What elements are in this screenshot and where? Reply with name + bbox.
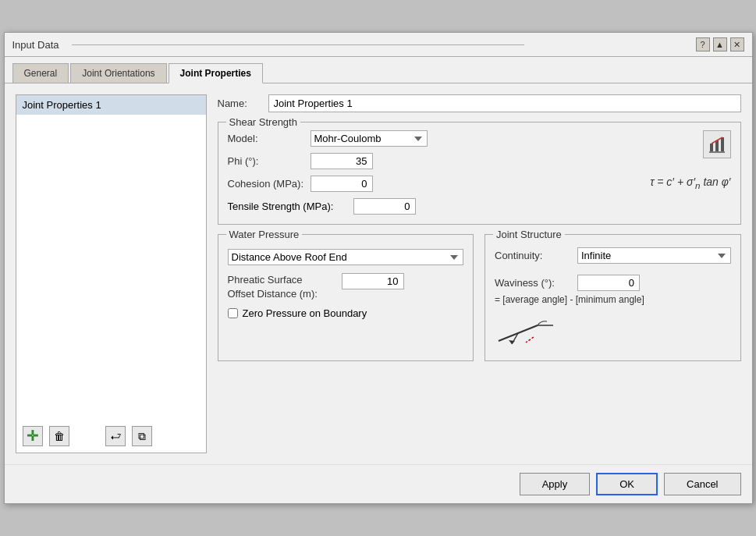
zero-pressure-label: Zero Pressure on Boundary (243, 307, 367, 319)
name-input[interactable] (268, 94, 741, 112)
phi-label: Phi (°): (228, 155, 306, 167)
import-icon: ⮐ (110, 430, 121, 442)
phreatic-input[interactable] (342, 273, 404, 289)
dialog: Input Data ? ▲ ✕ General Joint Orientati… (4, 32, 753, 504)
add-button[interactable]: ✛ (23, 426, 43, 446)
cohesion-label: Cohesion (MPa): (228, 178, 306, 190)
svg-rect-0 (710, 144, 713, 151)
right-panel: Name: Shear Strength Model: Mohr-Coulomb (218, 94, 741, 453)
joint-structure-section: Joint Structure Continuity: Infinite Wav… (484, 234, 741, 361)
apply-button[interactable]: Apply (520, 473, 591, 495)
continuity-row: Continuity: Infinite (495, 247, 731, 264)
joint-structure-title: Joint Structure (493, 229, 565, 240)
joint-sketch (495, 310, 557, 349)
tab-joint-properties[interactable]: Joint Properties (169, 63, 263, 83)
model-row: Model: Mohr-Coulomb (228, 130, 428, 147)
tensile-row: Tensile Strength (MPa): (228, 198, 731, 215)
chart-icon (708, 136, 726, 153)
model-select[interactable]: Mohr-Coulomb (311, 130, 428, 147)
cohesion-input[interactable] (311, 176, 373, 192)
joint-properties-list: Joint Properties 1 ✛ 🗑 ⮐ ⧉ (16, 94, 207, 453)
waviness-row: Waviness (°): (495, 275, 731, 291)
waviness-input[interactable] (577, 275, 640, 291)
zero-pressure-row: Zero Pressure on Boundary (228, 307, 464, 319)
waviness-label: Waviness (°): (495, 277, 573, 289)
shear-strength-title: Shear Strength (226, 116, 300, 128)
formula-display: τ = c′ + σ′n tan φ′ (650, 176, 730, 190)
tab-joint-orientations[interactable]: Joint Orientations (70, 63, 166, 83)
shear-strength-section: Shear Strength Model: Mohr-Coulomb Phi (… (218, 122, 741, 225)
dialog-footer: Apply OK Cancel (5, 464, 752, 503)
svg-rect-2 (721, 137, 724, 151)
plus-icon: ✛ (27, 428, 38, 445)
dialog-title: Input Data (12, 39, 59, 51)
name-label: Name: (218, 98, 261, 109)
model-label: Model: (228, 133, 306, 144)
help-button[interactable]: ? (696, 37, 710, 51)
continuity-select[interactable]: Infinite (577, 247, 731, 264)
copy-button[interactable]: ⧉ (132, 426, 152, 446)
trash-icon: 🗑 (54, 430, 65, 442)
tensile-label: Tensile Strength (MPa): (228, 201, 349, 212)
delete-button[interactable]: 🗑 (49, 426, 69, 446)
water-pressure-section: Water Pressure Distance Above Roof End P… (218, 234, 474, 361)
phi-input[interactable] (311, 153, 373, 169)
ok-button[interactable]: OK (596, 473, 658, 495)
continuity-label: Continuity: (495, 250, 573, 261)
list-toolbar: ✛ 🗑 ⮐ ⧉ (23, 426, 152, 446)
phi-row: Phi (°): (228, 153, 428, 169)
close-button[interactable]: ✕ (730, 37, 744, 51)
avg-angle-text: = [average angle] - [minimum angle] (495, 294, 731, 305)
phreatic-label: Phreatic SurfaceOffset Distance (m): (228, 273, 337, 301)
tensile-input[interactable] (353, 198, 416, 215)
water-pressure-select[interactable]: Distance Above Roof End (228, 249, 464, 265)
phreatic-row: Phreatic SurfaceOffset Distance (m): (228, 273, 464, 301)
svg-line-6 (526, 337, 534, 343)
zero-pressure-checkbox[interactable] (228, 308, 238, 318)
copy-icon: ⧉ (138, 430, 146, 443)
water-dropdown-row: Distance Above Roof End (228, 249, 464, 265)
tab-bar: General Joint Orientations Joint Propert… (5, 57, 752, 83)
minimize-button[interactable]: ▲ (713, 37, 727, 51)
tab-content: Joint Properties 1 ✛ 🗑 ⮐ ⧉ (5, 83, 752, 464)
name-row: Name: (218, 94, 741, 112)
chart-button[interactable] (703, 130, 731, 158)
cancel-button[interactable]: Cancel (664, 473, 740, 495)
list-item[interactable]: Joint Properties 1 (16, 95, 206, 115)
cohesion-row: Cohesion (MPa): (228, 176, 428, 192)
tab-general[interactable]: General (12, 63, 69, 83)
water-pressure-title: Water Pressure (226, 229, 303, 240)
bottom-sections: Water Pressure Distance Above Roof End P… (218, 234, 741, 361)
title-bar: Input Data ? ▲ ✕ (5, 33, 752, 57)
svg-rect-1 (715, 140, 719, 151)
import-button[interactable]: ⮐ (105, 426, 126, 446)
